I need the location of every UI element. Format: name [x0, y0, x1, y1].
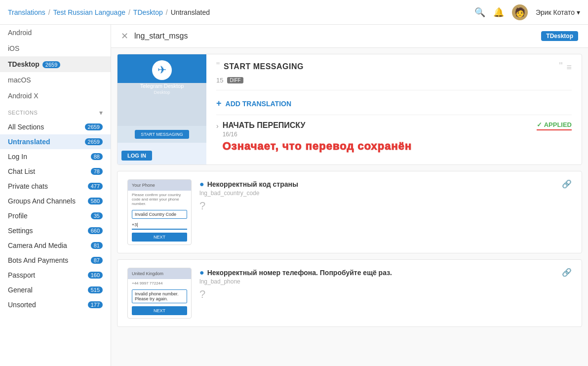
breadcrumb-sep1: / [48, 8, 50, 16]
start-msg-btn[interactable]: START MESSAGING [135, 130, 189, 139]
section-badge: 660 [88, 227, 103, 234]
sections-chevron-icon[interactable]: ▾ [99, 109, 103, 117]
section-badge: 87 [91, 257, 103, 264]
sidebar-platform-ios[interactable]: iOS [0, 41, 111, 56]
diff-row: 15 DIFF [216, 77, 572, 84]
source-text-row: " START MESSAGING " ≡ [216, 62, 572, 73]
chevron-right-icon[interactable]: › [216, 122, 219, 130]
platform-list: AndroidiOSTDesktop2659macOSAndroid X [0, 25, 111, 104]
translation-card-inner: ✈ Telegram Desktop Desktop START MESSAGI… [118, 54, 582, 164]
sections-label: SECTIONS [8, 110, 38, 116]
sidebar-platform-android-x[interactable]: Android X [0, 88, 111, 104]
link-icon[interactable]: 🔗 [562, 268, 572, 277]
quote-open-icon: " [216, 60, 220, 72]
key-name: lng_start_msgs [134, 32, 188, 41]
check-icon: ✓ [537, 121, 542, 128]
sidebar-section-all-sections[interactable]: All Sections2659 [0, 120, 111, 134]
sidebar-section-unsorted[interactable]: Unsorted177 [0, 297, 111, 312]
secondary-title-text: Некорректный номер телефона. Попробуйте … [207, 269, 392, 277]
sidebar-section-untranslated[interactable]: Untranslated2659 [0, 134, 111, 149]
applied-row: › НАЧАТЬ ПЕРЕПИСКУ 16/16 Означает, что п… [216, 117, 572, 157]
add-translation-label: ADD TRANSLATION [226, 100, 292, 108]
sec-screen-middle: Please confirm your country code and ent… [128, 191, 191, 208]
sidebar-section-bots-and-payments[interactable]: Bots And Payments87 [0, 253, 111, 268]
sections-header: SECTIONS ▾ [0, 104, 111, 120]
key-header-left: ✕ lng_start_msgs [121, 31, 188, 41]
user-name[interactable]: Эрик Котато ▾ [536, 8, 580, 16]
section-label: Chat List [8, 167, 35, 175]
section-label: Profile [8, 212, 28, 220]
sec-screen-btn[interactable]: NEXT [132, 306, 187, 315]
plus-icon: + [216, 98, 222, 109]
main-content: ✕ lng_start_msgs TDesktop ✈ Telegram Des… [111, 25, 588, 366]
section-badge: 580 [88, 198, 103, 204]
section-label: Unsorted [8, 301, 36, 309]
section-badge: 477 [88, 183, 103, 190]
screenshot-title: Telegram Desktop [140, 83, 184, 89]
key-header: ✕ lng_start_msgs TDesktop [111, 25, 588, 48]
sidebar-platform-macos[interactable]: macOS [0, 72, 111, 88]
login-label[interactable]: LOG IN [121, 151, 152, 161]
section-badge: 81 [91, 242, 103, 249]
section-label: Private chats [8, 182, 48, 190]
platform-badge: 2659 [42, 61, 60, 68]
secondary-key: lng_bad_country_code [199, 190, 572, 197]
sidebar-section-private-chats[interactable]: Private chats477 [0, 179, 111, 194]
section-badge: 35 [91, 212, 103, 219]
section-badge: 88 [91, 153, 103, 160]
secondary-cards-container: Your Phone Please confirm your country c… [111, 171, 588, 327]
secondary-card-0: Your Phone Please confirm your country c… [117, 171, 582, 253]
diff-badge: DIFF [227, 77, 243, 83]
sidebar-section-general[interactable]: General515 [0, 283, 111, 297]
header: Translations / Test Russian Language / T… [0, 0, 588, 25]
source-text: START MESSAGING [224, 62, 555, 71]
sec-screen-top: Your Phone [128, 180, 191, 191]
sec-screen-top: United Kingdom [128, 268, 191, 279]
breadcrumb-translations[interactable]: Translations [8, 8, 45, 16]
sections-list: All Sections2659Untranslated2659Log In88… [0, 120, 111, 312]
close-button[interactable]: ✕ [121, 31, 128, 41]
telegram-logo: ✈ [152, 60, 172, 80]
secondary-title-0: ● Некорректный код страны 🔗 [199, 179, 572, 189]
layout: AndroidiOSTDesktop2659macOSAndroid X SEC… [0, 25, 588, 366]
annotation-text: Означает, что перевод сохранён [223, 140, 412, 153]
section-badge: 160 [88, 272, 103, 279]
sidebar-section-log-in[interactable]: Log In88 [0, 149, 111, 164]
sidebar-section-profile[interactable]: Profile35 [0, 208, 111, 223]
sidebar-platform-tdesktop[interactable]: TDesktop2659 [0, 56, 111, 72]
search-icon[interactable]: 🔍 [474, 7, 485, 18]
breadcrumb-project[interactable]: Test Russian Language [53, 8, 125, 16]
secondary-content-1: ● Некорректный номер телефона. Попробуйт… [199, 268, 572, 301]
sidebar-section-settings[interactable]: Settings660 [0, 223, 111, 238]
applied-badge: ✓ APPLIED [537, 121, 572, 130]
link-icon[interactable]: 🔗 [562, 179, 572, 189]
breadcrumb-platform[interactable]: TDesktop [133, 8, 163, 16]
sidebar-section-chat-list[interactable]: Chat List78 [0, 164, 111, 179]
add-translation-row[interactable]: + ADD TRANSLATION [216, 94, 572, 113]
translation-screenshot: ✈ Telegram Desktop Desktop START MESSAGI… [118, 54, 206, 164]
quote-close-icon: " [559, 60, 562, 72]
secondary-title-text: Некорректный код страны [207, 180, 298, 188]
platform-label: TDesktop [8, 60, 39, 68]
platform-label: iOS [8, 44, 19, 52]
sec-screen-btn[interactable]: NEXT [132, 233, 187, 242]
sidebar-platform-android[interactable]: Android [0, 25, 111, 41]
translation-content: " START MESSAGING " ≡ 15 DIFF + ADD TRAN… [206, 54, 582, 164]
screenshot-image: ✈ Telegram Desktop Desktop [118, 54, 206, 126]
bell-icon[interactable]: 🔔 [493, 7, 504, 18]
section-label: Settings [8, 227, 33, 235]
screenshot-bottom: START MESSAGING [118, 126, 206, 143]
section-label: Camera And Media [8, 242, 67, 249]
secondary-question: ? [199, 200, 572, 212]
sidebar-section-passport[interactable]: Passport160 [0, 268, 111, 283]
sidebar-section-camera-and-media[interactable]: Camera And Media81 [0, 238, 111, 253]
bullet-icon: ● [199, 180, 204, 189]
sidebar-section-groups-and-channels[interactable]: Groups And Channels580 [0, 194, 111, 208]
section-label: Log In [8, 153, 27, 161]
sidebar: AndroidiOSTDesktop2659macOSAndroid X SEC… [0, 25, 111, 366]
menu-icon[interactable]: ≡ [566, 62, 572, 73]
applied-label: APPLIED [544, 121, 572, 128]
sec-screen-field: +3| [132, 221, 187, 230]
divider1 [216, 90, 572, 90]
platform-label: macOS [8, 76, 31, 84]
